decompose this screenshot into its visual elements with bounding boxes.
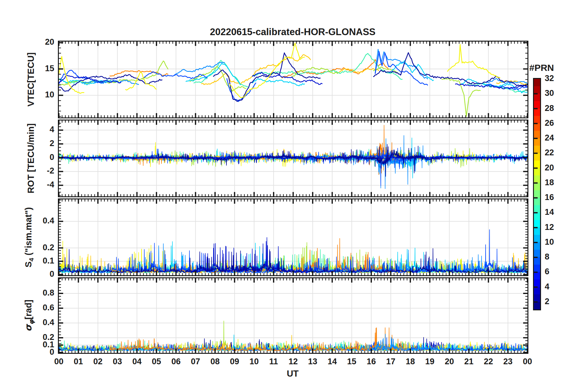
y-tick-label: 4	[23, 125, 54, 134]
colorbar-tick-label: 16	[545, 193, 554, 202]
colorbar-canvas	[534, 79, 540, 309]
colorbar-tick-label: 18	[545, 178, 554, 187]
y-tick-label: 10	[23, 90, 54, 100]
colorbar-tick-label: 26	[545, 118, 554, 128]
panel-rot	[58, 120, 528, 197]
panel-sigma-phi-canvas	[59, 278, 527, 353]
y-tick-label: 0.2	[23, 243, 54, 252]
chart-title: 20220615-calibrated-HOR-GLONASS	[210, 27, 376, 38]
colorbar-tick-label: 2	[545, 297, 549, 306]
y-tick-label: 15	[23, 64, 54, 73]
y-tick-label: 0	[23, 153, 54, 162]
colorbar-tick-label: 8	[545, 252, 549, 262]
colorbar-tick-label: 14	[545, 207, 554, 217]
panel-vtec	[58, 41, 528, 118]
panel-sigma-phi	[58, 277, 528, 354]
colorbar-tick-label: 22	[545, 148, 554, 157]
colorbar-tick-label: 30	[545, 88, 554, 98]
y-tick-label: 0.4	[23, 216, 54, 226]
y-tick-label: 0.8	[23, 288, 54, 298]
x-tick-label: 00	[515, 357, 540, 366]
colorbar-title: #PRN	[529, 63, 554, 73]
panel-rot-canvas	[59, 120, 527, 196]
y-tick-label: 2	[23, 139, 54, 148]
y-tick-label: 0	[23, 269, 54, 279]
panel-s4	[58, 198, 528, 276]
figure: 20220615-calibrated-HOR-GLONASS VTEC[TEC…	[0, 0, 586, 392]
panel-s4-canvas	[59, 199, 527, 275]
x-axis-label: UT	[287, 369, 299, 379]
y-tick-label: 20	[23, 37, 54, 47]
colorbar	[533, 78, 541, 310]
colorbar-tick-label: 12	[545, 223, 554, 232]
colorbar-tick-label: 24	[545, 133, 554, 143]
y-tick-label: 0.1	[23, 256, 54, 266]
colorbar-tick-label: 6	[545, 267, 549, 276]
y-tick-label: 0.6	[23, 303, 54, 312]
colorbar-tick-label: 20	[545, 163, 554, 173]
colorbar-tick-label: 4	[545, 282, 549, 292]
y-tick-label: 0.2	[23, 333, 54, 342]
colorbar-tick-label: 28	[545, 104, 554, 113]
colorbar-tick-label: 10	[545, 237, 554, 247]
colorbar-tick-label: 32	[545, 74, 554, 83]
y-tick-label: 0.4	[23, 318, 54, 327]
panel-vtec-canvas	[59, 42, 527, 117]
y-tick-label: -4	[23, 180, 54, 190]
y-tick-label: -2	[23, 166, 54, 176]
